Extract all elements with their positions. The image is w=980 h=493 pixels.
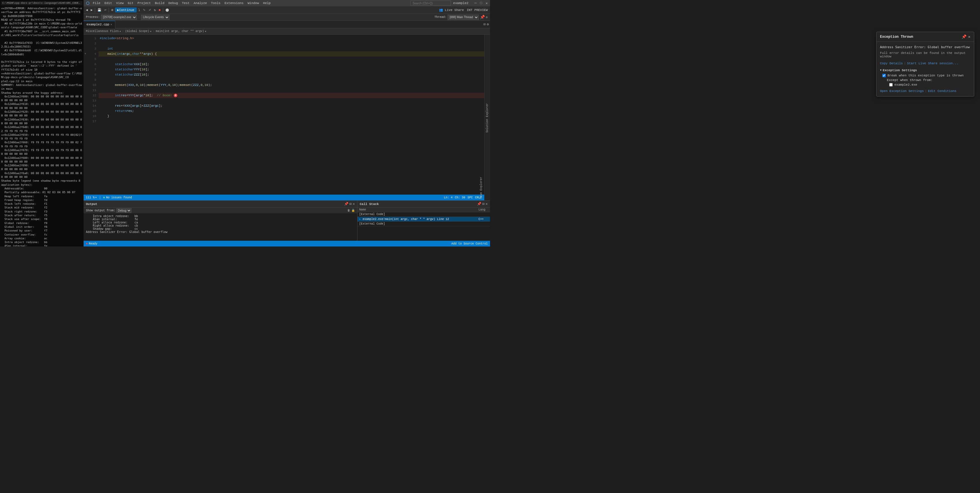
code-line-8[interactable]: static char ZZZ[10]; xyxy=(99,72,484,77)
team-explorer-label[interactable]: Team Explorer xyxy=(479,176,484,200)
code-line-14[interactable]: res += XXX[argc] + ZZZ[argc]; xyxy=(99,103,484,108)
window-close-btn[interactable]: ✕ xyxy=(485,1,489,5)
call-stack-close-btn[interactable]: ✕ xyxy=(486,202,488,206)
menu-debug[interactable]: Debug xyxy=(167,0,180,6)
window-minimize-btn[interactable]: ─ xyxy=(473,1,477,5)
status-spaces: SPC xyxy=(468,196,473,199)
code-line-11[interactable] xyxy=(99,87,484,93)
output-content: Intra object redzone: bb ASan internal: … xyxy=(84,213,357,241)
search-input[interactable] xyxy=(410,1,451,6)
breadcrumb-scope[interactable]: (Global Scope) ▾ xyxy=(125,30,152,33)
call-stack-cell-name: ▶ example2.exe!main(int argc, char * * a… xyxy=(357,217,477,222)
menu-project[interactable]: Project xyxy=(136,0,153,6)
output-scroll-lock-btn[interactable]: 🔒 xyxy=(352,209,355,212)
code-line-13[interactable] xyxy=(99,98,484,103)
toolbar-save-btn[interactable]: 💾 xyxy=(96,8,103,13)
breadcrumb-files[interactable]: Miscellaneous Files ▾ xyxy=(86,30,121,33)
menu-build[interactable]: Build xyxy=(153,0,166,6)
toolbar-stop-btn[interactable]: ■ xyxy=(158,8,162,13)
status-right: Ln: 4 Ch: 30 SPC CRLF xyxy=(444,196,482,199)
terminal-title: C:\MSDN\cpp-docs-pr\docs\c-language\ASAN… xyxy=(1,1,83,5)
tab-example2[interactable]: example2.cpp ✕ xyxy=(84,21,115,28)
output-toolbar: Show output from: Debug 🗑 🔒 xyxy=(84,208,357,213)
menu-view[interactable]: View xyxy=(115,0,126,6)
code-lines: #include <string.h> int main(int argc, c… xyxy=(99,36,484,194)
zoom-value: 111 % xyxy=(86,196,95,199)
code-line-16[interactable]: } xyxy=(99,114,484,119)
code-line-5[interactable] xyxy=(99,57,484,62)
call-stack-col-lang[interactable]: Lang xyxy=(477,208,490,212)
code-line-7[interactable]: static char YYY[10]; xyxy=(99,67,484,72)
toolbar-forward-btn[interactable]: ▶ xyxy=(90,8,94,13)
toolbar-undo-btn[interactable]: ↩ xyxy=(103,8,108,13)
lifecycle-select[interactable]: Lifecycle Events xyxy=(141,15,169,20)
fold-gutter: ▼ xyxy=(84,36,87,194)
code-line-2[interactable] xyxy=(99,41,484,46)
status-error-icon: ■ xyxy=(86,242,88,245)
code-line-6[interactable]: static char XXX[10]; xyxy=(99,62,484,67)
bottom-status-bar: ■ Ready Add to Source Control xyxy=(84,241,490,247)
process-select[interactable]: [29708] example2.exe xyxy=(101,15,137,20)
solution-explorer-label[interactable]: Solution Explorer xyxy=(485,102,490,134)
solution-explorer-sidebar: Solution Explorer Team Explorer xyxy=(484,35,490,200)
process-label: Process: xyxy=(86,16,100,19)
call-stack-title: Call Stack xyxy=(360,202,379,206)
output-close-btn[interactable]: ✕ xyxy=(353,202,355,206)
menu-tools[interactable]: Tools xyxy=(209,0,222,6)
output-text: Intra object redzone: bb ASan internal: … xyxy=(86,215,355,234)
call-stack-pin-btn[interactable]: 📌 xyxy=(477,202,481,206)
thread-pin-btn[interactable]: 📌 xyxy=(480,15,485,20)
vscode-icon: ⬡ xyxy=(85,0,91,6)
toolbar-int-preview-btn[interactable]: INT PREVIEW xyxy=(466,8,489,13)
menu-git[interactable]: Git xyxy=(126,0,135,6)
error-icon: ● xyxy=(174,94,177,97)
output-source-select[interactable]: Debug xyxy=(116,208,131,213)
menu-analyze[interactable]: Analyze xyxy=(192,0,209,6)
code-line-10[interactable]: memset(XXX, 0, 10); memset(YYY, 0, 10); … xyxy=(99,83,484,87)
window-maximize-btn[interactable]: □ xyxy=(479,1,484,5)
menu-file[interactable]: File xyxy=(91,0,102,6)
toolbar-live-share-btn[interactable]: 👥 Live Share xyxy=(438,8,465,13)
call-stack-col-name[interactable]: Name xyxy=(357,208,477,212)
toolbar-restart-btn[interactable]: ↻ xyxy=(153,8,157,13)
menu-edit[interactable]: Edit xyxy=(103,0,114,6)
issues-status[interactable]: No issues found xyxy=(103,196,132,199)
tab-filename: example2.cpp xyxy=(86,23,109,26)
output-clear-btn[interactable]: 🗑 xyxy=(347,209,350,212)
thread-settings-btn[interactable]: ⚙ xyxy=(486,16,488,19)
call-stack-collapse-btn[interactable]: ⊟ xyxy=(482,202,485,206)
bottom-status-right[interactable]: Add to Source Control xyxy=(451,242,488,245)
toolbar-back-btn[interactable]: ◀ xyxy=(85,8,89,13)
toolbar-debug-icon[interactable]: ⚙ xyxy=(110,8,115,13)
toolbar-step-over-btn[interactable]: ⤵ xyxy=(137,8,141,13)
code-line-4[interactable]: main(int argc, char **argv) { xyxy=(99,51,484,57)
vscode-panel: ⬡ File Edit View Git Project Build Debug… xyxy=(84,0,490,247)
thread-select[interactable]: [888] Main Thread xyxy=(448,15,479,20)
issues-text: No issues found xyxy=(106,196,132,199)
output-collapse-btn[interactable]: ⊟ xyxy=(350,202,352,206)
menu-extensions[interactable]: Extensions xyxy=(223,0,245,6)
table-row[interactable]: [External Code] xyxy=(357,222,490,226)
code-line-15[interactable]: return res; xyxy=(99,108,484,114)
editor-settings-btn[interactable]: ⚙ xyxy=(487,22,489,27)
toolbar-step-out-btn[interactable]: ⤶ xyxy=(147,8,152,13)
output-pin-btn[interactable]: 📌 xyxy=(344,202,348,206)
toolbar-continue-btn[interactable]: ▶ Continue xyxy=(115,8,137,13)
tab-close-btn[interactable]: ✕ xyxy=(110,23,112,26)
editor-split-btn[interactable]: ⊟ xyxy=(484,22,486,27)
code-line-12[interactable]: int res = YYY[argc * 10]; // Boom! ● xyxy=(99,93,484,98)
toolbar-breakpoint-btn[interactable]: ⬤ xyxy=(164,8,170,13)
call-stack-cell-lang xyxy=(477,222,490,226)
code-line-9[interactable] xyxy=(99,77,484,83)
menu-help[interactable]: Help xyxy=(261,0,272,6)
zoom-control[interactable]: 111 % ▾ xyxy=(86,196,97,199)
table-row[interactable]: ▶ example2.exe!main(int argc, char * * a… xyxy=(357,217,490,222)
menu-window[interactable]: Window xyxy=(246,0,261,6)
breadcrumb-function[interactable]: main(int argc, char ** argv) ▾ xyxy=(156,30,206,33)
table-row[interactable]: [External Code] xyxy=(357,212,490,217)
code-line-1[interactable]: #include <string.h> xyxy=(99,36,484,41)
toolbar-step-into-btn[interactable]: ⤷ xyxy=(142,8,147,13)
code-line-3[interactable]: int xyxy=(99,46,484,51)
menu-test[interactable]: Test xyxy=(180,0,191,6)
code-line-17[interactable] xyxy=(99,119,484,124)
